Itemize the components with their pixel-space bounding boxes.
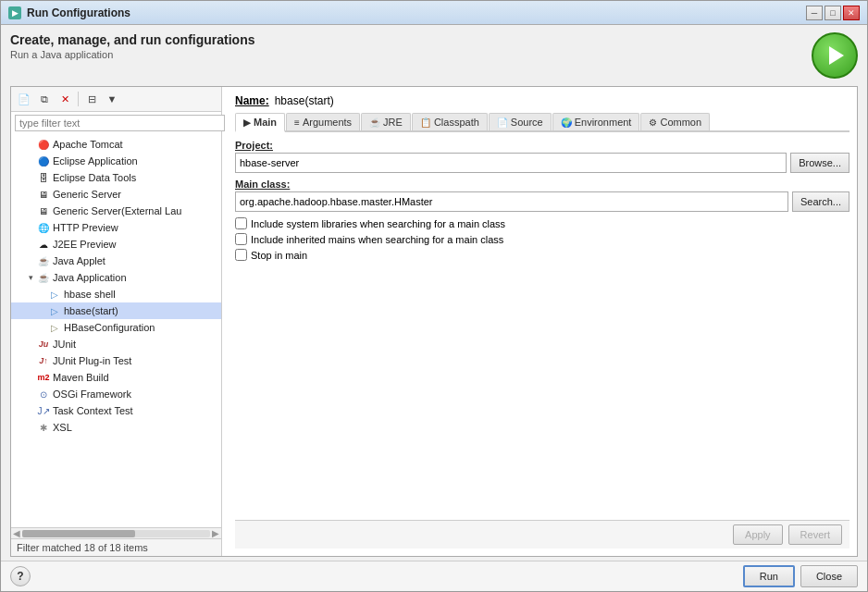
maximize-button[interactable]: □ xyxy=(825,6,841,20)
tree-item-label: Task Context Test xyxy=(53,405,133,416)
tab-common[interactable]: ⚙ Common xyxy=(640,113,710,130)
java-icon: ☕ xyxy=(37,271,50,284)
checkbox-row-2: Include inherited mains when searching f… xyxy=(235,233,849,245)
stop-in-main-label: Stop in main xyxy=(251,250,307,261)
tab-main[interactable]: ▶ Main xyxy=(235,113,285,132)
checkbox-row-3: Stop in main xyxy=(235,249,849,261)
sidebar-toolbar: 📄 ⧉ ✕ ⊟ ▼ xyxy=(11,87,221,112)
expand-arrow xyxy=(26,389,35,399)
tab-classpath[interactable]: 📋 Classpath xyxy=(412,113,488,130)
minimize-button[interactable]: ─ xyxy=(806,6,823,20)
run-button[interactable] xyxy=(812,32,858,79)
tree-item-eclipse-data[interactable]: 🗄 Eclipse Data Tools xyxy=(11,169,221,186)
expand-arrow xyxy=(26,339,35,349)
expand-arrow xyxy=(26,173,35,182)
tabs-bar: ▶ Main ≡ Arguments ☕ JRE 📋 Classpath xyxy=(235,113,849,132)
close-window-button[interactable]: ✕ xyxy=(843,6,860,20)
tree-item-label: Eclipse Data Tools xyxy=(53,172,136,183)
title-bar: ▶ Run Configurations ─ □ ✕ xyxy=(1,1,867,25)
tree-item-generic-server[interactable]: 🖥 Generic Server xyxy=(11,186,221,203)
tab-environment[interactable]: 🌍 Environment xyxy=(552,113,640,130)
tree-item-maven[interactable]: m2 Maven Build xyxy=(11,369,221,386)
project-browse-button[interactable]: Browse... xyxy=(790,153,849,173)
tree-item-label: JUnit xyxy=(53,339,76,350)
stop-in-main-checkbox[interactable] xyxy=(235,249,247,261)
tab-src-label: Source xyxy=(511,117,543,128)
page-subtitle: Run a Java application xyxy=(10,49,255,60)
title-bar-left: ▶ Run Configurations xyxy=(8,6,130,19)
tab-jre-label: JRE xyxy=(383,117,403,128)
tab-source[interactable]: 📄 Source xyxy=(489,113,552,130)
tree-item-hbase-config[interactable]: ▷ HBaseConfiguration xyxy=(11,319,221,336)
tree-item-osgi[interactable]: ⊙ OSGi Framework xyxy=(11,386,221,402)
sidebar-scrollbar[interactable]: ◀ ▶ xyxy=(11,527,221,538)
window-icon: ▶ xyxy=(8,6,21,19)
tab-cp-label: Classpath xyxy=(434,117,479,128)
help-button[interactable]: ? xyxy=(10,566,31,586)
include-inherited-mains-checkbox[interactable] xyxy=(235,233,247,245)
tree-item-label: Maven Build xyxy=(53,372,109,383)
tree-item-label: J2EE Preview xyxy=(53,239,116,250)
tree-item-xsl[interactable]: ✱ XSL xyxy=(11,419,221,436)
expand-arrow xyxy=(26,423,35,432)
revert-button[interactable]: Revert xyxy=(788,524,842,545)
tomcat-icon: 🔴 xyxy=(37,138,50,151)
duplicate-config-button[interactable]: ⧉ xyxy=(35,90,54,108)
delete-config-button[interactable]: ✕ xyxy=(56,90,74,108)
tab-jre[interactable]: ☕ JRE xyxy=(361,113,411,130)
project-row: Project: Browse... xyxy=(235,140,849,173)
common-tab-icon: ⚙ xyxy=(649,117,657,128)
tree-item-label: Java Application xyxy=(53,272,127,283)
new-config-button[interactable]: 📄 xyxy=(15,90,33,108)
main-class-search-button[interactable]: Search... xyxy=(792,191,849,212)
expand-arrow xyxy=(26,206,35,216)
maven-icon: m2 xyxy=(37,371,50,384)
expand-arrow xyxy=(37,306,46,315)
tree-item-junit[interactable]: Ju JUnit xyxy=(11,336,221,352)
project-input[interactable] xyxy=(235,153,787,173)
osgi-icon: ⊙ xyxy=(37,388,50,401)
tree-item-eclipse-app[interactable]: 🔵 Eclipse Application xyxy=(11,153,221,169)
expand-arrow xyxy=(26,240,35,249)
sidebar: 📄 ⧉ ✕ ⊟ ▼ 🔴 Apache Tomcat xyxy=(11,87,222,556)
tree-item-java-applet[interactable]: ☕ Java Applet xyxy=(11,253,221,269)
close-button[interactable]: Close xyxy=(800,565,858,587)
tree-item-apache-tomcat[interactable]: 🔴 Apache Tomcat xyxy=(11,136,221,153)
expand-all-button[interactable]: ▼ xyxy=(103,90,121,108)
filter-input[interactable] xyxy=(15,115,225,131)
tree-item-http-preview[interactable]: 🌐 HTTP Preview xyxy=(11,219,221,236)
main-tab-icon: ▶ xyxy=(243,117,251,128)
tree-item-generic-server-ext[interactable]: 🖥 Generic Server(External Lau xyxy=(11,203,221,219)
tab-arguments[interactable]: ≡ Arguments xyxy=(286,113,360,130)
apply-button[interactable]: Apply xyxy=(733,524,783,545)
server-icon: 🖥 xyxy=(37,188,50,201)
bottom-bar: Apply Revert xyxy=(235,520,849,549)
tree-item-hbase-shell[interactable]: ▷ hbase shell xyxy=(11,286,221,302)
main-class-label: Main class: xyxy=(235,179,849,190)
tree-item-label: XSL xyxy=(53,422,72,433)
main-class-row: Main class: Search... xyxy=(235,179,849,212)
tree-item-label: Generic Server xyxy=(53,189,121,200)
include-system-libs-checkbox[interactable] xyxy=(235,217,247,229)
tree-item-label: hbase(start) xyxy=(64,305,118,316)
main-panel: 📄 ⧉ ✕ ⊟ ▼ 🔴 Apache Tomcat xyxy=(10,86,858,557)
tree-item-label: Eclipse Application xyxy=(53,155,138,166)
tree-item-hbase-start[interactable]: ▷ hbase(start) xyxy=(11,302,221,319)
collapse-all-button[interactable]: ⊟ xyxy=(82,90,101,108)
config-icon: ▷ xyxy=(48,321,61,334)
tab-main-label: Main xyxy=(254,117,277,128)
run-footer-button[interactable]: Run xyxy=(743,565,795,587)
tree-item-junit-plugin[interactable]: J↑ JUnit Plug-in Test xyxy=(11,352,221,369)
tree-item-task-context[interactable]: J↗ Task Context Test xyxy=(11,402,221,419)
footer-bar: ? Run Close xyxy=(1,561,867,591)
include-system-libs-label: Include system libraries when searching … xyxy=(251,218,505,229)
applet-icon: ☕ xyxy=(37,254,50,267)
tree-item-java-app[interactable]: ▾ ☕ Java Application xyxy=(11,269,221,286)
expand-arrow xyxy=(26,140,35,149)
expand-arrow xyxy=(37,323,46,332)
sidebar-footer: Filter matched 18 of 18 items xyxy=(11,538,221,556)
main-class-input[interactable] xyxy=(235,191,788,212)
run-icon xyxy=(829,46,844,65)
expand-arrow-java-app: ▾ xyxy=(26,273,35,282)
tree-item-j2ee[interactable]: ☁ J2EE Preview xyxy=(11,236,221,253)
